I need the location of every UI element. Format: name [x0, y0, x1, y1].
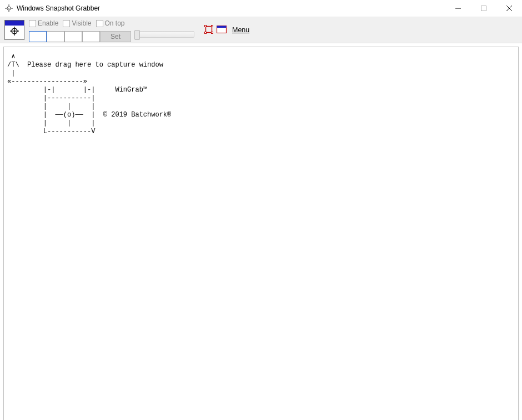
- close-button[interactable]: [496, 0, 522, 17]
- svg-point-13: [14, 31, 15, 32]
- toolbar: Enable Visible On top Set: [0, 17, 522, 43]
- ascii-instructions: ∧ /T\ Please drag here to capture window…: [7, 53, 515, 136]
- svg-rect-17: [205, 32, 207, 33]
- coord-input-h[interactable]: [82, 31, 100, 42]
- svg-rect-14: [206, 26, 212, 32]
- titlebar: Windows Snapshot Grabber: [0, 0, 522, 17]
- progress-thumb[interactable]: [134, 30, 140, 40]
- coord-input-w[interactable]: [64, 31, 82, 42]
- ontop-checkbox[interactable]: On top: [96, 19, 125, 27]
- coord-input-y[interactable]: [47, 31, 64, 42]
- visible-label: Visible: [72, 19, 91, 27]
- maximize-button[interactable]: [471, 0, 496, 17]
- ontop-label: On top: [105, 19, 125, 27]
- capture-region-icon[interactable]: [204, 25, 213, 36]
- svg-rect-20: [217, 26, 227, 28]
- svg-rect-18: [212, 32, 213, 33]
- menu-link[interactable]: Menu: [232, 26, 249, 34]
- svg-point-5: [8, 8, 9, 9]
- svg-rect-15: [205, 25, 207, 27]
- svg-rect-16: [212, 25, 213, 27]
- capture-window-icon[interactable]: [217, 26, 227, 35]
- progress-track[interactable]: [134, 31, 194, 38]
- visible-checkbox[interactable]: Visible: [63, 19, 91, 27]
- coord-input-x[interactable]: [29, 31, 47, 42]
- app-icon: [4, 4, 13, 13]
- set-button[interactable]: Set: [100, 31, 131, 42]
- crosshair-drag-button[interactable]: [4, 20, 24, 40]
- content-area: ∧ /T\ Please drag here to capture window…: [3, 47, 519, 420]
- window-title: Windows Snapshot Grabber: [17, 4, 445, 12]
- minimize-button[interactable]: [445, 0, 471, 17]
- enable-label: Enable: [38, 19, 58, 27]
- svg-rect-7: [481, 6, 486, 11]
- enable-checkbox[interactable]: Enable: [29, 19, 58, 27]
